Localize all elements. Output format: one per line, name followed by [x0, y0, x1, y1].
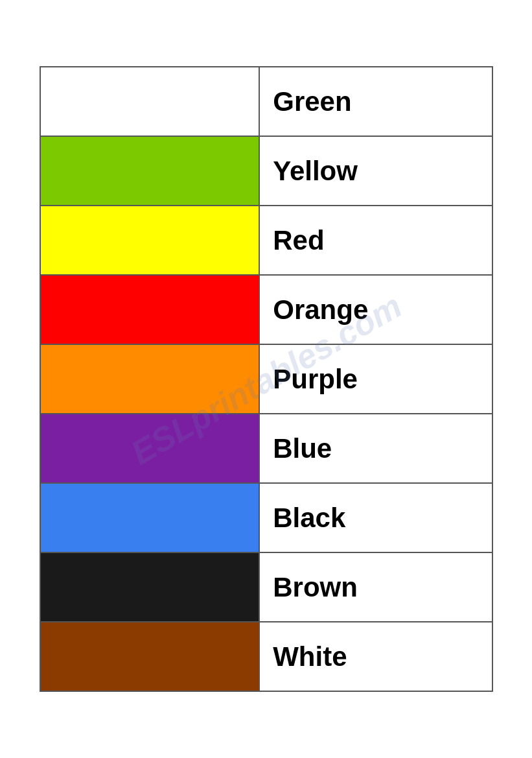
swatch-yellow: [40, 136, 260, 206]
table-row: Blue: [40, 414, 492, 483]
swatch-purple: [40, 344, 260, 414]
table-row: Yellow: [40, 136, 492, 206]
swatch-red: [40, 206, 260, 275]
label-orange: Orange: [259, 275, 492, 344]
label-black: Black: [259, 483, 492, 552]
swatch-brown: [40, 552, 260, 622]
swatch-black: [40, 483, 260, 552]
table-row: White: [40, 622, 492, 691]
label-white: White: [259, 622, 492, 691]
table-row: Orange: [40, 275, 492, 344]
swatch-blue: [40, 414, 260, 483]
table-row: Green: [40, 67, 492, 136]
label-brown: Brown: [259, 552, 492, 622]
swatch-white: [40, 622, 260, 691]
label-yellow: Yellow: [259, 136, 492, 206]
label-red: Red: [259, 206, 492, 275]
color-table: GreenYellowRedOrangePurpleBlueBlackBrown…: [40, 66, 493, 692]
table-row: Red: [40, 206, 492, 275]
table-row: Black: [40, 483, 492, 552]
table-wrapper: ESLprintables.com GreenYellowRedOrangePu…: [40, 66, 493, 692]
table-row: Purple: [40, 344, 492, 414]
label-blue: Blue: [259, 414, 492, 483]
swatch-green: [40, 67, 260, 136]
page: ESLprintables.com GreenYellowRedOrangePu…: [0, 0, 532, 758]
label-purple: Purple: [259, 344, 492, 414]
table-row: Brown: [40, 552, 492, 622]
swatch-orange: [40, 275, 260, 344]
label-green: Green: [259, 67, 492, 136]
